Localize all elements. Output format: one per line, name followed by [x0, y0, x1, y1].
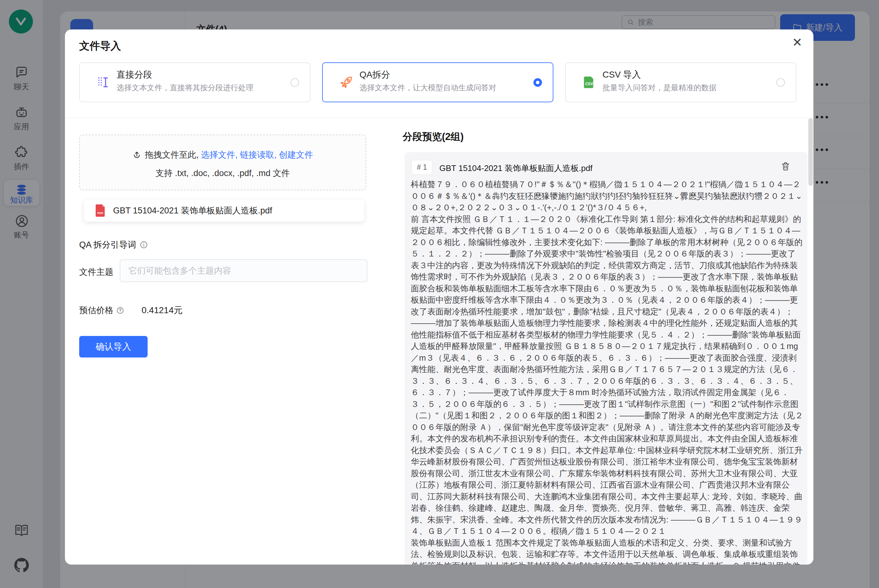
help-icon[interactable] [116, 306, 125, 315]
close-icon[interactable]: ✕ [792, 36, 802, 48]
qa-prompt-label: QA 拆分引导词 [79, 239, 136, 250]
chunk-paragraph: 枓植聱７９．０６０植植聱猧７０!"＃＄％＆''()＊椵猧／㣲１５１０４—２０２１… [411, 178, 804, 213]
radio-direct-segment[interactable] [290, 78, 299, 87]
pdf-file-icon: PDF [95, 204, 106, 218]
pdf-badge: PDF [97, 211, 104, 214]
mode-card-direct-segment[interactable]: 直接分段 选择文本文件，直接将其按分段进行处理 [79, 62, 310, 102]
mode-title: QA拆分 [359, 69, 390, 81]
csv-file-icon: CSV [582, 75, 596, 89]
qa-prompt-row: QA 拆分引导词 [79, 239, 148, 250]
text-segment-icon [96, 75, 110, 89]
price-row: 预估价格 0.41214元 [79, 304, 182, 316]
chunk-file-name: GBT 15104-2021 装饰单板贴面人造板.pdf [439, 163, 593, 174]
mode-card-csv-import[interactable]: CSV CSV 导入 批量导入问答对，是最精准的数据 [565, 62, 796, 102]
dropzone-links[interactable]: 选择文件, 链接读取, 创建文件 [201, 150, 313, 160]
rocket-icon [339, 75, 353, 89]
chunk-paragraph: 装饰单板贴面人造板１ 范围本文件规定了装饰单板贴面人造板的术语和定义、分类、要求… [411, 537, 804, 565]
chunk-text: 枓植聱７９．０６０植植聱猧７０!"＃＄％＆''()＊椵猧／㣲１５１０４—２０２１… [411, 178, 804, 565]
mode-desc: 选择文本文件，让大模型自动生成问答对 [359, 82, 496, 93]
modal-title: 文件导入 [79, 39, 121, 53]
file-import-modal: 文件导入 ✕ 直接分段 选择文本文件，直接将其按分段进行处理 QA拆分 选择文本… [65, 30, 813, 565]
preview-heading: 分段预览(2组) [403, 130, 464, 144]
trash-icon[interactable] [781, 162, 790, 172]
price-label: 预估价格 [79, 304, 113, 316]
file-dropzone[interactable]: 拖拽文件至此, 选择文件, 链接读取, 创建文件 支持 .txt, .doc, … [79, 135, 366, 190]
mode-title: CSV 导入 [603, 69, 641, 81]
preview-scrollbar-thumb[interactable] [808, 118, 813, 186]
mode-desc: 批量导入问答对，是最精准的数据 [603, 82, 717, 93]
radio-qa-split[interactable] [533, 78, 542, 87]
uploaded-file-chip[interactable]: PDF GBT 15104-2021 装饰单板贴面人造板.pdf [84, 200, 364, 222]
chunk-index-badge: # 1 [412, 160, 433, 175]
chunk-paragraph: 前 言本文件按照 ＧＢ／Ｔ１．１—２０２０《标准化工作导则 第１部分: 标准化文… [411, 213, 804, 537]
mode-card-qa-split[interactable]: QA拆分 选择文本文件，让大模型自动生成问答对 [322, 62, 553, 102]
mode-desc: 选择文本文件，直接将其按分段进行处理 [117, 82, 253, 93]
page: 聊天 应用 插件 知识库 账号 文件(4) 新 [0, 0, 879, 588]
info-icon[interactable] [140, 240, 148, 249]
dropzone-support-text: 支持 .txt, .doc, .docx, .pdf, .md 文件 [80, 168, 365, 179]
preview-chunk-card: # 1 GBT 15104-2021 装饰单板贴面人造板.pdf 枓植聱７９．０… [404, 152, 807, 565]
dropzone-prefix: 拖拽文件至此, [145, 150, 201, 160]
mode-title: 直接分段 [117, 69, 152, 81]
confirm-import-button[interactable]: 确认导入 [79, 336, 147, 357]
topic-label: 文件主题 [79, 266, 113, 278]
dropzone-text: 拖拽文件至此, 选择文件, 链接读取, 创建文件 [80, 149, 365, 160]
upload-icon [132, 150, 141, 160]
radio-csv-import[interactable] [776, 78, 785, 87]
topic-input[interactable] [120, 260, 367, 282]
modal-divider [65, 118, 813, 118]
uploaded-file-name: GBT 15104-2021 装饰单板贴面人造板.pdf [113, 205, 272, 216]
price-value: 0.41214元 [141, 304, 182, 316]
csv-badge: CSV [585, 82, 593, 86]
